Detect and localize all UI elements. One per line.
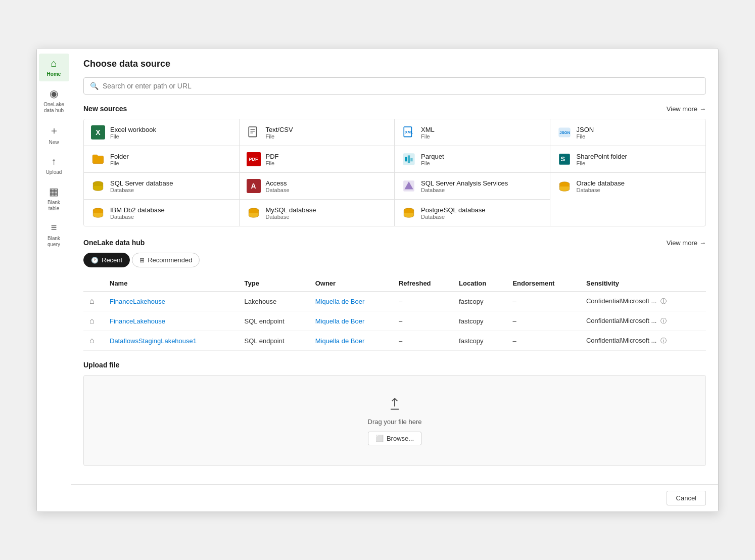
json-icon: JSON [557,125,572,139]
row-owner-2: Miquella de Boer [309,331,393,351]
xml-icon: XML [402,125,416,139]
sidebar-item-blank-table[interactable]: ▦ Blanktable [39,181,69,216]
page-title: Choose data source [83,59,706,69]
ibmdb2-type: Database [110,214,165,220]
source-excel[interactable]: X Excel workbook File [84,119,240,146]
sidebar-item-home[interactable]: ⌂ Home [39,54,69,81]
upload-section: Upload file Drag your file here ⬜ Browse… [83,361,706,466]
col-sensitivity: Sensitivity [580,275,706,292]
excel-name: Excel workbook [110,126,156,133]
parquet-name: Parquet [421,153,444,160]
row-name-2[interactable]: DataflowsStagingLakehouse1 [110,337,197,345]
row-type-2: SQL endpoint [239,331,309,351]
sidebar-item-onelake[interactable]: ◉ OneLakedata hub [39,83,69,118]
source-parquet[interactable]: Parquet File [395,146,550,173]
source-mysql[interactable]: MySQL database Database [240,200,395,226]
source-textcsv[interactable]: Text/CSV File [240,119,395,146]
sidebar-item-upload[interactable]: ↑ Upload [39,152,69,179]
row-name-0[interactable]: FinanceLakehouse [110,298,165,305]
row-sensitivity-0: Confidential\Microsoft ... ⓘ [580,292,706,311]
access-name: Access [266,179,290,187]
row-refreshed-1: – [393,311,453,331]
sidebar-item-blank-query[interactable]: ≡ Blankquery [39,218,69,252]
ibmdb2-icon [91,206,105,220]
svg-text:XML: XML [405,130,413,134]
browse-button[interactable]: ⬜ Browse... [368,432,421,445]
row-refreshed-0: – [393,292,453,311]
col-endorsement: Endorsement [506,275,580,292]
source-oracle[interactable]: Oracle database Database [550,173,706,200]
search-icon: 🔍 [90,82,99,90]
row-owner-1: Miquella de Boer [309,311,393,331]
table-row[interactable]: ⌂ FinanceLakehouse Lakehouse Miquella de… [83,292,706,311]
row-refreshed-2: – [393,331,453,351]
blank-query-icon: ≡ [51,222,57,234]
col-type: Type [239,275,309,292]
row-location-0: fastcopy [453,292,506,311]
sqlserver-type: Database [110,187,173,193]
info-icon-0[interactable]: ⓘ [660,298,667,305]
browse-icon: ⬜ [375,435,384,442]
oracle-name: Oracle database [577,179,625,187]
col-icon [83,275,104,292]
choose-datasource-dialog: ⌂ Home ◉ OneLakedata hub ＋ New ↑ Upload … [36,48,719,512]
excel-type: File [110,133,156,139]
row-icon-0: ⌂ [89,297,95,305]
folder-name: Folder [110,153,129,160]
postgresql-name: PostgreSQL database [421,206,485,214]
source-ssas[interactable]: SQL Server Analysis Services Database [395,173,550,200]
upload-title: Upload file [83,361,706,369]
table-row[interactable]: ⌂ DataflowsStagingLakehouse1 SQL endpoin… [83,331,706,351]
upload-area: Drag your file here ⬜ Browse... [83,375,706,466]
table-header-row: Name Type Owner Refreshed Location Endor… [83,275,706,292]
textcsv-name: Text/CSV [266,126,293,133]
source-folder[interactable]: Folder File [84,146,240,173]
mysql-name: MySQL database [266,206,316,214]
source-ibmdb2[interactable]: IBM Db2 database Database [84,200,240,226]
row-sensitivity-1: Confidential\Microsoft ... ⓘ [580,311,706,331]
row-owner-0: Miquella de Boer [309,292,393,311]
ssas-type: Database [421,187,508,193]
folder-type: File [110,160,129,166]
dialog-footer: Cancel [71,484,718,511]
sidebar-label-new: New [49,139,59,146]
sidebar: ⌂ Home ◉ OneLakedata hub ＋ New ↑ Upload … [37,49,71,511]
folder-icon [91,152,105,166]
info-icon-1[interactable]: ⓘ [660,317,667,324]
sidebar-item-new[interactable]: ＋ New [39,120,69,150]
sidebar-label-home: Home [47,71,61,77]
tab-recommended[interactable]: ⊞ Recommended [132,253,200,267]
view-more-sources[interactable]: View more → [667,105,706,113]
ibmdb2-name: IBM Db2 database [110,206,165,214]
ssas-name: SQL Server Analysis Services [421,179,508,187]
drag-text: Drag your file here [368,418,422,426]
source-access[interactable]: A Access Database [240,173,395,200]
source-pdf[interactable]: PDF PDF File [240,146,395,173]
pdf-name: PDF [266,153,279,160]
source-json[interactable]: JSON JSON File [550,119,706,146]
excel-icon: X [91,125,105,139]
tab-recent[interactable]: 🕐 Recent [83,253,130,267]
col-refreshed: Refreshed [393,275,453,292]
row-location-1: fastcopy [453,311,506,331]
source-postgresql[interactable]: PostgreSQL database Database [395,200,550,226]
source-xml[interactable]: XML XML File [395,119,550,146]
source-sharepoint[interactable]: S SharePoint folder File [550,146,706,173]
row-icon-1: ⌂ [89,316,95,325]
sidebar-label-blank-table: Blanktable [48,200,60,212]
info-icon-2[interactable]: ⓘ [660,337,667,344]
parquet-icon [402,152,416,166]
source-sqlserver[interactable]: SQL Server database Database [84,173,240,200]
xml-name: XML [421,126,435,133]
view-more-onelake[interactable]: View more → [667,239,706,247]
row-name-1[interactable]: FinanceLakehouse [110,317,165,325]
onelake-header: OneLake data hub View more → [83,239,706,247]
parquet-type: File [421,160,444,166]
search-input[interactable] [103,82,699,90]
sidebar-label-upload: Upload [46,169,62,175]
onelake-section: OneLake data hub View more → 🕐 Recent ⊞ … [83,239,706,351]
sharepoint-type: File [577,160,627,166]
cancel-button[interactable]: Cancel [667,491,706,505]
table-row[interactable]: ⌂ FinanceLakehouse SQL endpoint Miquella… [83,311,706,331]
sqlserver-icon [91,179,105,193]
